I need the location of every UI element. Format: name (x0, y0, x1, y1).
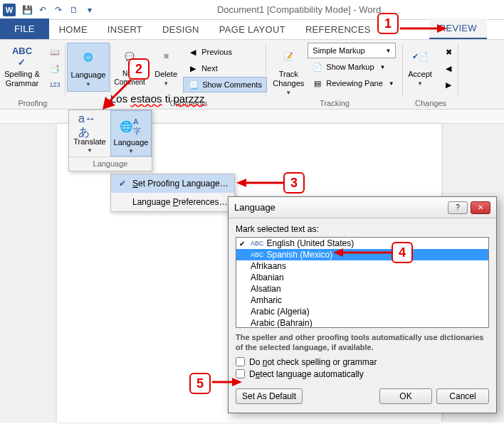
save-icon[interactable]: 💾 (20, 3, 34, 17)
dialog-title-text: Language (234, 202, 275, 213)
close-button[interactable]: ✕ (471, 201, 490, 214)
tab-home[interactable]: HOME (49, 20, 98, 39)
annotation-1: 1 (377, 13, 399, 34)
detect-language-checkbox[interactable]: Detect language automatically (236, 369, 489, 379)
tab-insert[interactable]: INSERT (98, 20, 152, 39)
tab-page-layout[interactable]: PAGE LAYOUT (209, 20, 295, 39)
list-item[interactable]: Alsatian (236, 283, 488, 295)
group-label-tracking: Tracking (266, 99, 403, 107)
thesaurus-icon: 📑 (49, 63, 61, 74)
chevron-down-icon: ▼ (389, 80, 394, 87)
svg-marker-5 (236, 179, 246, 187)
define-button[interactable]: 📖 (45, 44, 65, 60)
annotation-2: 2 (128, 58, 149, 80)
language-dropdown-panel: a↔あ Translate ▼ 🌐A字 Language ▼ Language (68, 110, 152, 171)
set-proofing-language-item[interactable]: ✔ Set Proofing Language… (111, 174, 234, 193)
abc-icon: ABC (251, 240, 264, 247)
count-icon: 123 (49, 79, 61, 90)
prev-icon: ◀ (187, 46, 199, 58)
dialog-titlebar[interactable]: Language ? ✕ (229, 197, 496, 218)
show-markup-button[interactable]: 📄Show Markup▼ (308, 59, 398, 75)
language-button[interactable]: 🌐A字 Language ▼ (110, 110, 152, 157)
checkbox-label: Detect language automatically (249, 369, 364, 379)
chevron-down-icon: ▼ (128, 148, 134, 154)
word-app-icon: W (3, 4, 16, 16)
prev-change-button[interactable]: ◀ (439, 60, 458, 76)
track-icon: 📝 (277, 46, 300, 68)
next-icon: ▶ (187, 63, 199, 74)
globe-char-icon: 🌐A字 (120, 115, 142, 138)
word-count-button[interactable]: 123 (45, 77, 65, 92)
annotation-4: 4 (392, 242, 413, 263)
submenu-label: Language Preferences… (132, 197, 227, 207)
redo-icon[interactable]: ↷ (51, 3, 65, 17)
list-item[interactable]: Arabic (Bahrain) (236, 317, 488, 328)
help-button[interactable]: ? (448, 201, 468, 214)
language-submenu: ✔ Set Proofing Language… Language Prefer… (110, 174, 235, 212)
list-item[interactable]: Arabic (Algeria) (236, 306, 488, 317)
translate-button[interactable]: a↔あ Translate ▼ (69, 110, 110, 157)
spelling-grammar-button[interactable]: ABC✓ Spelling & Grammar (1, 43, 43, 91)
globe-icon: 🌐 (77, 46, 100, 69)
chevron-down-icon: ▼ (380, 64, 386, 70)
quick-access-toolbar: 💾 ↶ ↷ 🗋 ▾ (20, 3, 97, 17)
show-comments-button[interactable]: 📃Show Comments (183, 77, 267, 92)
annotation-arrow-3 (236, 178, 283, 190)
blank-icon (117, 196, 128, 208)
prev-icon: ◀ (443, 63, 454, 74)
book-icon: 📖 (49, 46, 61, 58)
svg-marker-9 (232, 378, 242, 386)
ok-button[interactable]: OK (379, 388, 432, 404)
tab-design[interactable]: DESIGN (152, 20, 209, 39)
tab-references[interactable]: REFERENCES (295, 20, 381, 39)
markup-dropdown[interactable]: Simple Markup▼ (308, 43, 396, 58)
show-comments-icon: 📃 (188, 79, 199, 90)
set-as-default-button[interactable]: Set As Default (236, 388, 303, 404)
chevron-down-icon: ▼ (163, 80, 169, 88)
tab-file[interactable]: FILE (0, 18, 49, 39)
thesaurus-button[interactable]: 📑 (45, 60, 65, 76)
window-title: Document1 [Compatibility Mode] - Word (97, 4, 501, 15)
group-label-proofing: Proofing (0, 99, 65, 107)
language-dialog: Language ? ✕ Mark selected text as: ✔ABC… (228, 196, 497, 413)
dialog-note: The speller and other proofing tools aut… (236, 332, 489, 353)
list-item[interactable]: Amharic (236, 295, 488, 306)
language-preferences-item[interactable]: Language Preferences… (111, 193, 234, 211)
abc-icon: ABC (251, 251, 264, 258)
svg-line-2 (110, 80, 131, 101)
translate-icon: a↔あ (78, 115, 101, 137)
undo-icon[interactable]: ↶ (36, 3, 50, 17)
annotation-5: 5 (189, 373, 211, 394)
reviewing-pane-button[interactable]: ▤Reviewing Pane▼ (308, 75, 398, 91)
chevron-down-icon: ▼ (85, 81, 91, 88)
chevron-down-icon: ▼ (417, 80, 423, 88)
list-item[interactable]: Afrikaans (236, 260, 488, 272)
delete-comment-button[interactable]: ✖ Delete ▼ (150, 43, 182, 90)
group-tracking: 📝 Track Changes ▼ Simple Markup▼ 📄Show M… (266, 40, 403, 109)
markup-icon: 📄 (312, 61, 323, 73)
chevron-down-icon: ▼ (87, 147, 93, 154)
next-change-button[interactable]: ▶ (439, 77, 458, 92)
next-comment-button[interactable]: ▶Next (183, 60, 267, 76)
abc-check-icon: ABC✓ (11, 46, 33, 68)
accept-button[interactable]: ✔📄 Accept ▼ (403, 43, 437, 90)
chevron-down-icon: ▼ (285, 90, 291, 97)
annotation-3: 3 (283, 172, 305, 194)
pane-icon: ▤ (312, 78, 323, 89)
annotation-arrow-2 (100, 77, 135, 115)
check-icon: ✔ (239, 240, 248, 248)
delete-icon: ✖ (154, 46, 177, 68)
annotation-arrow-4 (333, 248, 392, 260)
checkbox-input[interactable] (236, 357, 245, 366)
checkbox-label: Do not check spelling or grammar (249, 357, 377, 367)
no-check-checkbox[interactable]: Do not check spelling or grammar (236, 357, 489, 367)
list-item[interactable]: Albanian (236, 272, 488, 283)
new-doc-icon[interactable]: 🗋 (67, 3, 81, 17)
previous-comment-button[interactable]: ◀Previous (183, 44, 267, 60)
submenu-label: Set Proofing Language… (132, 179, 229, 189)
cancel-button[interactable]: Cancel (436, 388, 489, 404)
group-proofing: ABC✓ Spelling & Grammar 📖 📑 123 Proofing (0, 40, 65, 109)
track-changes-button[interactable]: 📝 Track Changes ▼ (271, 43, 306, 100)
qat-customize-icon[interactable]: ▾ (83, 3, 97, 17)
reject-button[interactable]: ✖ (439, 44, 458, 60)
